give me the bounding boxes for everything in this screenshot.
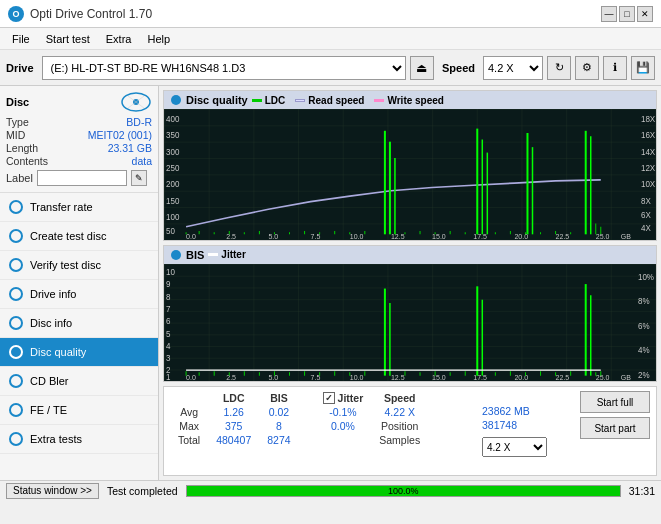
sidebar-item-cd-bler[interactable]: CD Bler — [0, 367, 158, 396]
menu-start-test[interactable]: Start test — [38, 31, 98, 47]
sidebar-item-disc-info[interactable]: Disc info — [0, 309, 158, 338]
svg-point-4 — [171, 95, 181, 105]
chart-legend-bis: Jitter — [208, 249, 245, 260]
sidebar-item-create-test-disc[interactable]: Create test disc — [0, 222, 158, 251]
svg-text:8X: 8X — [641, 195, 651, 205]
svg-text:17.5: 17.5 — [473, 231, 487, 239]
speed-select[interactable]: 4.2 X — [483, 56, 543, 80]
disc-mid-row: MID MEIT02 (001) — [6, 129, 152, 141]
row-max-jitter: 0.0% — [315, 419, 372, 433]
disc-type-row: Type BD-R — [6, 116, 152, 128]
svg-text:400: 400 — [166, 114, 180, 124]
position-value: 23862 MB — [482, 405, 530, 417]
row-avg-ldc: 1.26 — [208, 405, 259, 419]
save-button[interactable]: 💾 — [631, 56, 655, 80]
row-avg-bis: 0.02 — [259, 405, 298, 419]
row-total-label: Total — [170, 433, 208, 447]
svg-text:GB: GB — [621, 231, 631, 239]
fe-te-icon — [8, 402, 24, 418]
nav-label-disc-info: Disc info — [30, 317, 72, 329]
table-row: Avg 1.26 0.02 -0.1% 4.22 X — [170, 405, 428, 419]
start-full-button[interactable]: Start full — [580, 391, 650, 413]
svg-text:25.0: 25.0 — [596, 373, 610, 381]
svg-text:1: 1 — [166, 371, 171, 381]
refresh-button[interactable]: ↻ — [547, 56, 571, 80]
svg-text:2.5: 2.5 — [226, 373, 236, 381]
maximize-button[interactable]: □ — [619, 6, 635, 22]
disc-label-input[interactable] — [37, 170, 127, 186]
jitter-checkbox[interactable]: ✓ — [323, 392, 335, 404]
nav-label-verify-test-disc: Verify test disc — [30, 259, 101, 271]
col-ldc: LDC — [208, 391, 259, 405]
svg-text:100: 100 — [166, 212, 180, 222]
bis-chart-title: BIS Jitter — [164, 246, 656, 264]
legend-ldc: LDC — [252, 95, 286, 106]
status-text: Test completed — [107, 485, 178, 497]
start-part-button[interactable]: Start part — [580, 417, 650, 439]
svg-text:6%: 6% — [638, 320, 650, 331]
svg-text:12.5: 12.5 — [391, 231, 405, 239]
bis-title-text: BIS — [186, 249, 204, 261]
drive-select[interactable]: (E:) HL-DT-ST BD-RE WH16NS48 1.D3 — [42, 56, 406, 80]
col-speed: Speed — [371, 391, 428, 405]
svg-text:2%: 2% — [638, 369, 650, 380]
svg-text:10.0: 10.0 — [350, 231, 364, 239]
eject-button[interactable]: ⏏ — [410, 56, 434, 80]
menu-extra[interactable]: Extra — [98, 31, 140, 47]
settings-button[interactable]: ⚙ — [575, 56, 599, 80]
drive-label: Drive — [6, 62, 34, 74]
minimize-button[interactable]: — — [601, 6, 617, 22]
disc-label-edit-button[interactable]: ✎ — [131, 170, 147, 186]
svg-text:22.5: 22.5 — [556, 373, 570, 381]
close-button[interactable]: ✕ — [637, 6, 653, 22]
position-label: Position — [371, 419, 428, 433]
disc-length-row: Length 23.31 GB — [6, 142, 152, 154]
svg-text:25.0: 25.0 — [596, 231, 610, 239]
content-area: Disc quality LDC Read speed Write speed — [159, 86, 661, 480]
samples-row: 381748 — [482, 419, 572, 431]
disc-panel-header: Disc — [6, 92, 152, 112]
disc-quality-icon — [8, 344, 24, 360]
status-time: 31:31 — [629, 485, 655, 497]
status-window-button[interactable]: Status window >> — [6, 483, 99, 499]
svg-text:9: 9 — [166, 279, 171, 290]
disc-length-label: Length — [6, 142, 38, 154]
svg-text:150: 150 — [166, 195, 180, 205]
speed-select-stats[interactable]: 4.2 X — [482, 437, 547, 457]
svg-text:3: 3 — [166, 352, 171, 363]
svg-point-70 — [171, 250, 181, 260]
bis-chart-svg: 10 9 8 7 6 5 4 3 2 1 10% 8% 6% 4% 2% 0.0 — [164, 264, 656, 381]
legend-jitter: Jitter — [208, 249, 245, 260]
bis-chart-title-icon — [170, 249, 182, 261]
row-total-ldc: 480407 — [208, 433, 259, 447]
main-layout: Disc Type BD-R MID MEIT02 (001) Length 2… — [0, 86, 661, 480]
sidebar-item-transfer-rate[interactable]: Transfer rate — [0, 193, 158, 222]
verify-test-disc-icon — [8, 257, 24, 273]
info-button[interactable]: ℹ — [603, 56, 627, 80]
sidebar-item-disc-quality[interactable]: Disc quality — [0, 338, 158, 367]
chart-title-icon — [170, 94, 182, 106]
row-max-ldc: 375 — [208, 419, 259, 433]
status-bar: Status window >> Test completed 100.0% 3… — [0, 480, 661, 500]
disc-contents-row: Contents data — [6, 155, 152, 167]
sidebar-item-extra-tests[interactable]: Extra tests — [0, 425, 158, 454]
nav-label-transfer-rate: Transfer rate — [30, 201, 93, 213]
disc-type-value: BD-R — [126, 116, 152, 128]
svg-text:2.5: 2.5 — [226, 231, 236, 239]
sidebar-item-fe-te[interactable]: FE / TE — [0, 396, 158, 425]
svg-text:16X: 16X — [641, 130, 656, 140]
disc-mid-value: MEIT02 (001) — [88, 129, 152, 141]
svg-text:GB: GB — [621, 373, 631, 381]
menu-help[interactable]: Help — [139, 31, 178, 47]
svg-text:12X: 12X — [641, 163, 656, 173]
row-avg-label: Avg — [170, 405, 208, 419]
sidebar-item-drive-info[interactable]: Drive info — [0, 280, 158, 309]
disc-icon — [120, 92, 152, 112]
sidebar-item-verify-test-disc[interactable]: Verify test disc — [0, 251, 158, 280]
menu-file[interactable]: File — [4, 31, 38, 47]
jitter-checkbox-row: ✓ Jitter — [323, 392, 364, 404]
nav-items: Transfer rate Create test disc Verify te… — [0, 193, 158, 480]
window-controls: — □ ✕ — [601, 6, 653, 22]
svg-text:14X: 14X — [641, 146, 656, 156]
svg-text:50: 50 — [166, 226, 175, 236]
